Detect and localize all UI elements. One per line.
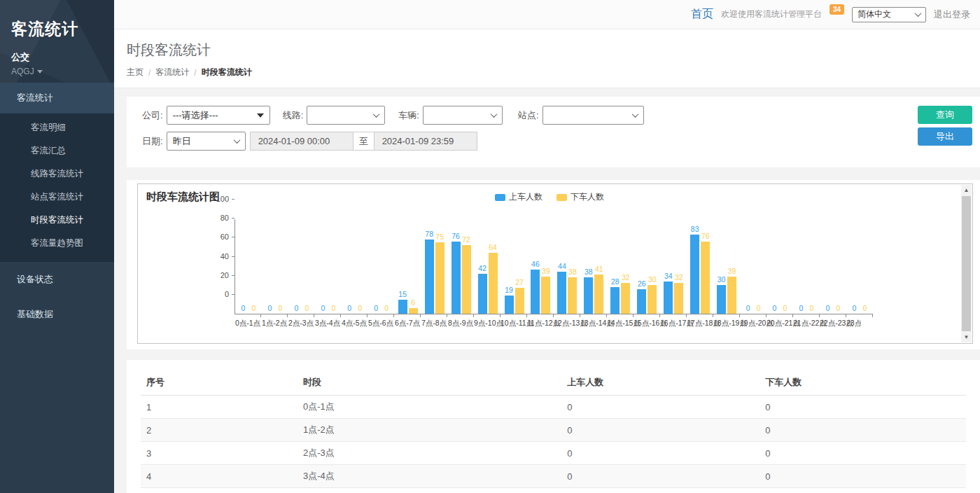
x-axis-tick — [660, 314, 687, 317]
table-cell: 0 — [561, 419, 760, 442]
company-select[interactable]: ---请选择--- — [167, 106, 270, 125]
language-select[interactable]: 简体中文 — [852, 7, 926, 22]
bar-rect — [717, 285, 726, 314]
x-axis-label: 22点-23点 — [820, 319, 846, 328]
legend-item-alighting[interactable]: 下车人数 — [556, 191, 604, 203]
sidebar-submenu: 客流明细客流汇总线路客流统计站点客流统计时段客流统计客流量趋势图 — [0, 113, 114, 262]
bar-alighting: 0 — [754, 304, 763, 314]
table-cell: 2点-3点 — [298, 442, 561, 465]
bar-group: 3039 — [713, 218, 740, 314]
sidebar-section-1[interactable]: 设备状态 — [0, 262, 114, 297]
bar-rect — [701, 242, 710, 314]
x-axis-tick — [554, 314, 580, 317]
sidebar-section-2[interactable]: 基础数据 — [0, 297, 114, 332]
bar-group: 3432 — [660, 218, 687, 314]
table-cell: 0 — [760, 465, 966, 488]
table-cell: 0 — [760, 442, 966, 465]
content: 公司: ---请选择--- 线路: 车辆: 站点: 日期 — [114, 88, 980, 493]
user-menu[interactable]: AQGJ — [11, 67, 103, 76]
bar-value-label: 39 — [728, 267, 736, 275]
bar-rect — [425, 239, 434, 314]
x-axis-label: 14点-15点 — [607, 319, 634, 328]
bar-value-label: 64 — [489, 243, 497, 251]
x-axis-label: 5点-6点 — [368, 319, 394, 328]
vehicle-select[interactable] — [423, 106, 503, 125]
sidebar-header: 客流统计 公交 AQGJ — [0, 0, 114, 83]
bar-rect — [398, 300, 407, 314]
topbar-home-link[interactable]: 首页 — [691, 7, 713, 22]
date-preset-select[interactable]: 昨日 — [167, 132, 246, 151]
bar-value-label: 0 — [241, 304, 246, 312]
sidebar-subitem[interactable]: 客流汇总 — [0, 139, 114, 162]
line-select[interactable] — [307, 106, 385, 125]
table-cell: 3点-4点 — [298, 465, 561, 488]
bar-value-label: 32 — [675, 273, 683, 282]
bar-group: 00 — [766, 218, 793, 314]
x-axis-tick — [500, 314, 527, 317]
sidebar-section-0[interactable]: 客流统计 — [0, 83, 114, 113]
bar-group: 4438 — [554, 218, 580, 314]
bar-value-label: 0 — [294, 304, 298, 312]
sidebar: 客流统计 公交 AQGJ 客流统计客流明细客流汇总线路客流统计站点客流统计时段客… — [0, 0, 114, 493]
bar-alighting: 0 — [860, 304, 869, 314]
triangle-down-icon — [257, 113, 264, 118]
sidebar-subitem[interactable]: 客流明细 — [0, 116, 114, 139]
scrollbar-up-arrow-icon[interactable]: ▲ — [961, 185, 972, 195]
x-axis-label: 0点-1点 — [234, 319, 261, 328]
export-button[interactable]: 导出 — [918, 127, 972, 146]
bar-value-label: 76 — [701, 232, 710, 240]
bar-boarding: 0 — [797, 304, 806, 314]
bar-group: 8376 — [687, 218, 713, 314]
x-axis-tick — [713, 314, 740, 317]
bar-value-label: 0 — [810, 304, 814, 312]
x-axis-label: 19点-20点 — [740, 319, 766, 328]
legend-label: 下车人数 — [570, 191, 604, 203]
bar-rect — [541, 277, 550, 314]
bar-value-label: 32 — [622, 273, 630, 282]
company-label: 公司: — [142, 109, 163, 122]
org-name: 公交 — [11, 51, 103, 64]
x-axis-tick — [288, 314, 314, 317]
bar-value-label: 27 — [515, 278, 524, 286]
chart-scrollbar[interactable]: ▲ ▼ — [961, 185, 972, 342]
bar-alighting: 38 — [568, 268, 577, 314]
sidebar-subitem[interactable]: 线路客流统计 — [0, 162, 114, 186]
notification-badge: 34 — [830, 4, 844, 15]
bar-rect — [621, 283, 630, 314]
caret-down-icon — [37, 70, 43, 74]
bar-alighting: 30 — [648, 275, 657, 314]
table-cell: 0 — [561, 442, 760, 465]
bar-alighting: 0 — [834, 304, 843, 314]
sidebar-subitem[interactable]: 时段客流统计 — [0, 209, 114, 232]
scrollbar-thumb[interactable] — [962, 196, 971, 331]
legend-item-boarding[interactable]: 上车人数 — [495, 191, 542, 203]
sidebar-subitem[interactable]: 站点客流统计 — [0, 186, 114, 209]
chevron-down-icon — [631, 111, 638, 118]
date-end-input[interactable]: 2024-01-09 23:59 — [374, 132, 477, 151]
logout-link[interactable]: 退出登录 — [934, 8, 970, 21]
search-button[interactable]: 查询 — [918, 106, 972, 124]
breadcrumb-parent[interactable]: 客流统计 — [155, 67, 189, 78]
x-axis-ticks — [234, 314, 873, 317]
station-select[interactable] — [542, 106, 644, 125]
bar-rect — [462, 245, 471, 314]
date-start-input[interactable]: 2024-01-09 00:00 — [250, 132, 354, 151]
breadcrumb-home[interactable]: 主页 — [127, 67, 144, 78]
main-area: 首页 欢迎使用客流统计管理平台 34 简体中文 退出登录 时段客流统计 主页 /… — [114, 0, 980, 493]
sidebar-subitem[interactable]: 客流量趋势图 — [0, 232, 114, 255]
vehicle-label: 车辆: — [398, 109, 419, 122]
table-cell: 0点-1点 — [298, 396, 561, 419]
bar-rect — [409, 308, 418, 314]
company-selected-value: ---请选择--- — [173, 109, 218, 122]
bar-alighting: 41 — [594, 265, 603, 314]
bar-group: 2832 — [607, 218, 634, 314]
bar-value-label: 72 — [462, 235, 470, 244]
table-cell: 2 — [141, 419, 298, 442]
x-axis-tick — [766, 314, 793, 317]
x-axis-tick — [261, 314, 288, 317]
bar-alighting: 0 — [249, 304, 258, 314]
scrollbar-down-arrow-icon[interactable]: ▼ — [961, 332, 972, 342]
date-range-to-label: 至 — [354, 132, 374, 151]
table-header-row: 序号 时段 上车人数 下车人数 — [141, 370, 966, 396]
breadcrumb: 主页 / 客流统计 / 时段客流统计 — [127, 67, 966, 78]
